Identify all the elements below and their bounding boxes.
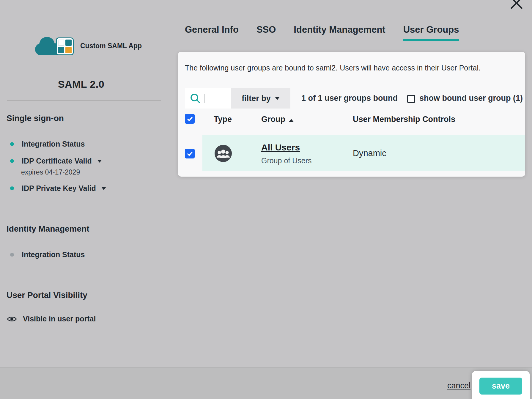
section-title-user-portal-visibility: User Portal Visibility (7, 290, 87, 300)
close-icon[interactable] (509, 0, 524, 11)
visible-in-user-portal-item: Visible in user portal (7, 315, 96, 323)
certificate-expiry-text: expires 04-17-2029 (21, 168, 80, 176)
protocol-title: SAML 2.0 (0, 78, 162, 90)
sort-ascending-icon (289, 119, 294, 122)
select-all-checkbox[interactable] (185, 114, 195, 124)
column-header-membership[interactable]: User Membership Controls (353, 115, 455, 124)
idp-certificate-item[interactable]: IDP Certificate Valid (10, 157, 102, 165)
membership-control-value: Dynamic (353, 148, 386, 158)
divider (7, 279, 161, 279)
cancel-button[interactable]: cancel (447, 381, 470, 390)
app-grid-icon (56, 37, 74, 55)
idp-private-key-item[interactable]: IDP Private Key Valid (10, 184, 106, 193)
sidebar: Custom SAML App SAML 2.0 Single sign-on … (0, 0, 162, 399)
status-dot-icon (10, 142, 14, 146)
chevron-down-icon (275, 97, 280, 100)
user-groups-panel: The following user groups are bound to s… (178, 52, 525, 177)
user-group-avatar-icon (214, 144, 232, 162)
text-cursor (204, 94, 205, 103)
chevron-down-icon[interactable] (101, 187, 106, 190)
save-card: save (472, 371, 530, 399)
save-button[interactable]: save (479, 378, 522, 395)
im-integration-status-label: Integration Status (22, 250, 85, 259)
tab-general-info[interactable]: General Info (185, 25, 239, 41)
idp-private-key-label: IDP Private Key Valid (22, 184, 96, 193)
panel-description: The following user groups are bound to s… (185, 64, 481, 72)
row-checkbox[interactable] (185, 149, 195, 158)
im-integration-status-item: Integration Status (10, 250, 85, 259)
group-search-input[interactable] (209, 92, 226, 104)
column-header-group-label: Group (261, 115, 285, 124)
cloud-app-icon (35, 36, 76, 56)
column-header-group[interactable]: Group (261, 115, 294, 124)
search-filter-bar: filter by (185, 88, 290, 109)
filter-by-button[interactable]: filter by (231, 88, 290, 109)
tab-sso[interactable]: SSO (256, 25, 276, 41)
filter-by-label: filter by (242, 94, 271, 103)
divider (7, 100, 161, 100)
checkmark-icon (187, 150, 193, 157)
group-link-all-users[interactable]: All Users (261, 142, 300, 153)
app-logo: Custom SAML App (35, 36, 142, 56)
idp-certificate-label: IDP Certificate Valid (22, 157, 92, 165)
group-subtitle: Group of Users (261, 156, 312, 165)
sso-integration-status-item: Integration Status (10, 140, 85, 148)
search-icon (190, 93, 201, 104)
show-bound-label[interactable]: show bound user group (1) (419, 94, 523, 103)
visible-in-user-portal-label: Visible in user portal (23, 315, 96, 323)
search-box[interactable] (185, 88, 231, 109)
tab-bar: General Info SSO Identity Management Use… (185, 25, 459, 41)
show-bound-checkbox[interactable] (407, 95, 415, 103)
column-header-type[interactable]: Type (214, 115, 232, 124)
status-dot-icon (10, 186, 14, 190)
eye-icon (7, 315, 17, 323)
tab-user-groups[interactable]: User Groups (403, 25, 459, 41)
section-title-single-sign-on: Single sign-on (7, 114, 64, 123)
app-name-label: Custom SAML App (80, 42, 142, 50)
checkmark-icon (187, 116, 193, 122)
chevron-down-icon[interactable] (97, 160, 102, 163)
status-dot-icon (10, 159, 14, 163)
status-dot-icon (10, 253, 14, 257)
app-config-modal: Custom SAML App SAML 2.0 Single sign-on … (0, 0, 532, 399)
bound-count-text: 1 of 1 user groups bound (301, 94, 398, 103)
tab-identity-management[interactable]: Identity Management (294, 25, 385, 41)
sso-integration-status-label: Integration Status (22, 140, 85, 148)
divider (7, 213, 161, 213)
section-title-identity-management: Identity Management (7, 224, 89, 234)
